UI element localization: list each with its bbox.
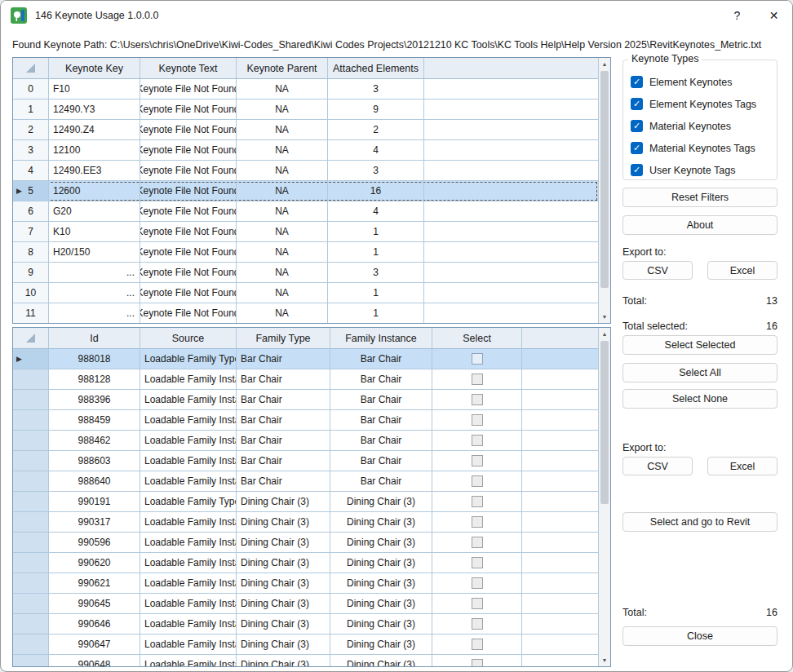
- select-cell[interactable]: [432, 614, 522, 634]
- keynote-key-cell[interactable]: G20: [49, 201, 140, 222]
- select-checkbox[interactable]: [472, 618, 483, 630]
- family-instance-cell[interactable]: Bar Chair: [330, 410, 432, 431]
- select-cell[interactable]: [432, 512, 522, 533]
- element-row[interactable]: 990648Loadable Family Insta...Dining Cha…: [13, 655, 598, 666]
- select-checkbox[interactable]: [472, 659, 483, 666]
- attached-elements-cell[interactable]: 3: [328, 161, 424, 181]
- row-header[interactable]: ▶5: [13, 181, 49, 201]
- keynote-text-cell[interactable]: Keynote File Not Found: [140, 303, 237, 323]
- element-row[interactable]: 988462Loadable Family Insta...Bar ChairB…: [13, 431, 598, 451]
- keynote-key-cell[interactable]: ...: [49, 263, 140, 283]
- element-row[interactable]: 988396Loadable Family Insta...Bar ChairB…: [13, 390, 598, 410]
- row-header[interactable]: [13, 614, 49, 634]
- row-header[interactable]: [13, 492, 49, 512]
- row-header[interactable]: [13, 410, 49, 431]
- scroll-down-icon[interactable]: ▼: [599, 311, 610, 323]
- keynote-row[interactable]: 212490.Z4Keynote File Not FoundNA2: [13, 120, 598, 140]
- attached-elements-cell[interactable]: 16: [328, 181, 424, 201]
- row-header[interactable]: [13, 471, 49, 492]
- select-checkbox[interactable]: [472, 537, 483, 548]
- column-header-source[interactable]: Source: [140, 328, 237, 349]
- select-cell[interactable]: [432, 553, 522, 573]
- source-cell[interactable]: Loadable Family Insta...: [140, 390, 237, 410]
- checkbox-element-keynotes-tags[interactable]: ✓ Element Keynotes Tags: [631, 93, 777, 115]
- id-cell[interactable]: 988018: [49, 349, 140, 369]
- keynote-parent-cell[interactable]: NA: [237, 99, 328, 120]
- keynote-key-cell[interactable]: H20/150: [49, 242, 140, 263]
- column-header-keynote-text[interactable]: Keynote Text: [140, 58, 237, 79]
- id-cell[interactable]: 990620: [49, 553, 140, 573]
- csv-export-button[interactable]: CSV: [622, 261, 693, 280]
- row-header[interactable]: 4: [13, 161, 49, 181]
- id-cell[interactable]: 990646: [49, 614, 140, 634]
- close-button[interactable]: Close: [622, 626, 777, 646]
- family-type-cell[interactable]: Bar Chair: [237, 410, 330, 431]
- select-cell[interactable]: [432, 471, 522, 492]
- help-button[interactable]: ?: [719, 1, 755, 30]
- source-cell[interactable]: Loadable Family Insta...: [140, 533, 237, 553]
- row-header[interactable]: [13, 634, 49, 655]
- column-header-keynote-key[interactable]: Keynote Key: [49, 58, 140, 79]
- keynote-text-cell[interactable]: Keynote File Not Found: [140, 161, 237, 181]
- keynote-text-cell[interactable]: Keynote File Not Found: [140, 140, 237, 161]
- source-cell[interactable]: Loadable Family Insta...: [140, 594, 237, 614]
- scrollbar-thumb[interactable]: [600, 341, 609, 504]
- checkbox-checked-icon[interactable]: ✓: [631, 164, 643, 176]
- id-cell[interactable]: 988128: [49, 369, 140, 390]
- scrollbar-track[interactable]: [599, 70, 610, 311]
- row-header[interactable]: [13, 369, 49, 390]
- source-cell[interactable]: Loadable Family Insta...: [140, 655, 237, 666]
- element-row[interactable]: 988603Loadable Family Insta...Bar ChairB…: [13, 451, 598, 471]
- keynote-text-cell[interactable]: Keynote File Not Found: [140, 222, 237, 242]
- keynote-parent-cell[interactable]: NA: [237, 283, 328, 303]
- row-header[interactable]: [13, 512, 49, 533]
- attached-elements-cell[interactable]: 1: [328, 283, 424, 303]
- source-cell[interactable]: Loadable Family Type: [140, 349, 237, 369]
- id-cell[interactable]: 990596: [49, 533, 140, 553]
- family-type-cell[interactable]: Dining Chair (3): [237, 512, 330, 533]
- keynote-parent-cell[interactable]: NA: [237, 181, 328, 201]
- element-row[interactable]: ▶988018Loadable Family TypeBar ChairBar …: [13, 349, 598, 369]
- keynote-text-cell[interactable]: Keynote File Not Found: [140, 263, 237, 283]
- family-type-cell[interactable]: Dining Chair (3): [237, 553, 330, 573]
- select-cell[interactable]: [432, 573, 522, 594]
- family-instance-cell[interactable]: Bar Chair: [330, 349, 432, 369]
- row-header[interactable]: 2: [13, 120, 49, 140]
- row-header[interactable]: [13, 431, 49, 451]
- column-header-family-type[interactable]: Family Type: [237, 328, 330, 349]
- select-cell[interactable]: [432, 594, 522, 614]
- close-window-button[interactable]: ✕: [755, 1, 792, 30]
- row-header[interactable]: 1: [13, 99, 49, 120]
- checkbox-checked-icon[interactable]: ✓: [631, 142, 643, 154]
- keynote-row[interactable]: 6G20Keynote File Not FoundNA4: [13, 201, 598, 222]
- select-checkbox[interactable]: [472, 516, 483, 528]
- checkbox-checked-icon[interactable]: ✓: [631, 76, 643, 88]
- element-row[interactable]: 990645Loadable Family Insta...Dining Cha…: [13, 594, 598, 614]
- element-row[interactable]: 990621Loadable Family Insta...Dining Cha…: [13, 573, 598, 594]
- attached-elements-cell[interactable]: 4: [328, 140, 424, 161]
- keynote-parent-cell[interactable]: NA: [237, 79, 328, 99]
- keynote-text-cell[interactable]: Keynote File Not Found: [140, 181, 237, 201]
- source-cell[interactable]: Loadable Family Type: [140, 492, 237, 512]
- family-instance-cell[interactable]: Dining Chair (3): [330, 573, 432, 594]
- keynote-parent-cell[interactable]: NA: [237, 161, 328, 181]
- keynote-row[interactable]: 10...Keynote File Not FoundNA1: [13, 283, 598, 303]
- keynote-key-cell[interactable]: 12100: [49, 140, 140, 161]
- keynote-row[interactable]: 8H20/150Keynote File Not FoundNA1: [13, 242, 598, 263]
- keynote-row[interactable]: 11...Keynote File Not FoundNA1: [13, 303, 598, 323]
- row-header[interactable]: [13, 655, 49, 666]
- source-cell[interactable]: Loadable Family Insta...: [140, 431, 237, 451]
- keynote-parent-cell[interactable]: NA: [237, 120, 328, 140]
- source-cell[interactable]: Loadable Family Insta...: [140, 471, 237, 492]
- keynote-key-cell[interactable]: 12490.Z4: [49, 120, 140, 140]
- select-cell[interactable]: [432, 431, 522, 451]
- row-header[interactable]: ▶: [13, 349, 49, 369]
- family-type-cell[interactable]: Bar Chair: [237, 471, 330, 492]
- keynote-text-cell[interactable]: Keynote File Not Found: [140, 283, 237, 303]
- source-cell[interactable]: Loadable Family Insta...: [140, 451, 237, 471]
- family-instance-cell[interactable]: Dining Chair (3): [330, 655, 432, 666]
- column-header-id[interactable]: Id: [49, 328, 140, 349]
- keynote-text-cell[interactable]: Keynote File Not Found: [140, 79, 237, 99]
- excel-export-button[interactable]: Excel: [707, 261, 777, 280]
- excel-export-button-2[interactable]: Excel: [707, 457, 777, 475]
